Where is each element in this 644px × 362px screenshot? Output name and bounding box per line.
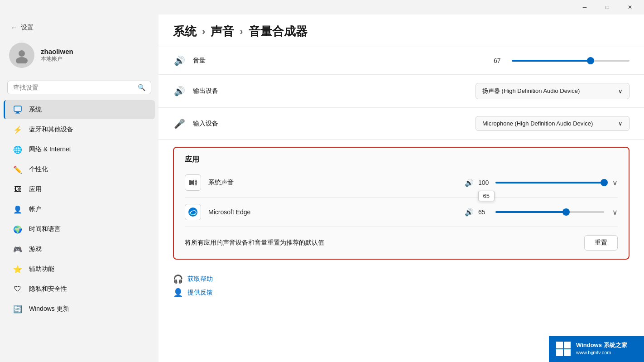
sidebar-item-gaming[interactable]: 🎮 游戏 <box>4 240 155 259</box>
breadcrumb-sep2: › <box>240 26 243 38</box>
output-value: 扬声器 (High Definition Audio Device) <box>482 87 580 95</box>
output-icon: 🔊 <box>173 86 186 97</box>
sidebar-item-label: 游戏 <box>29 245 42 253</box>
sidebar-item-label: 时间和语言 <box>29 225 61 233</box>
feedback-link[interactable]: 👤 提供反馈 <box>173 288 630 298</box>
reset-button[interactable]: 重置 <box>584 235 618 251</box>
help-link[interactable]: 🎧 获取帮助 <box>173 274 630 284</box>
breadcrumb-sep1: › <box>202 26 205 38</box>
sidebar-item-label: 网络 & Internet <box>29 145 71 154</box>
volume-control: 67 <box>494 57 630 64</box>
sidebar-item-apps[interactable]: 🖼 应用 <box>4 180 155 199</box>
system-sound-icon-box <box>185 174 201 191</box>
svg-point-1 <box>16 57 28 63</box>
apps-section: 应用 系统声音 🔊 100 <box>173 147 630 260</box>
time-icon: 🌍 <box>13 224 23 234</box>
edge-expand[interactable]: ∨ <box>612 208 618 217</box>
feedback-icon: 👤 <box>173 288 183 298</box>
system-sound-volume: 100 <box>478 179 491 186</box>
svg-rect-9 <box>556 349 563 356</box>
sidebar: ← 设置 zhaoliwen 本地帐户 🔍 <box>0 14 159 362</box>
input-row: 🎤 输入设备 Microphone (High Definition Audio… <box>173 108 630 139</box>
edge-icon-box <box>185 204 201 220</box>
edge-thumb[interactable] <box>562 208 570 216</box>
reset-row: 将所有应用的声音设备和音量重置为推荐的默认值 重置 <box>185 227 618 259</box>
help-label: 获取帮助 <box>187 275 213 283</box>
svg-point-0 <box>19 50 25 57</box>
breadcrumb-part3: 音量合成器 <box>249 24 308 39</box>
user-type: 本地帐户 <box>41 55 73 63</box>
volume-icon: 🔊 <box>173 55 186 66</box>
volume-slider[interactable] <box>512 60 630 62</box>
accounts-icon: 👤 <box>13 204 23 214</box>
edge-volume: 65 <box>478 208 491 216</box>
edge-slider[interactable] <box>495 211 604 213</box>
svg-rect-10 <box>564 349 571 356</box>
input-control: Microphone (High Definition Audio Device… <box>476 116 630 131</box>
system-sound-slider-area: 🔊 100 ∨ <box>465 179 618 187</box>
system-sound-vol-icon: 🔊 <box>465 179 474 187</box>
sidebar-item-personalization[interactable]: ✏️ 个性化 <box>4 160 155 179</box>
network-icon: 🌐 <box>13 145 23 154</box>
search-box[interactable]: 🔍 <box>7 81 151 94</box>
output-dropdown[interactable]: 扬声器 (High Definition Audio Device) ∨ <box>476 83 630 99</box>
app-row-system-sound: 系统声音 🔊 100 ∨ 65 <box>185 168 618 198</box>
sidebar-item-update[interactable]: 🔄 Windows 更新 <box>4 299 155 319</box>
accessibility-icon: ⭐ <box>13 264 23 274</box>
apps-header: 应用 <box>185 148 618 168</box>
volume-section: 🔊 音量 67 <box>159 47 644 75</box>
volume-thumb[interactable] <box>587 57 594 64</box>
input-dropdown[interactable]: Microphone (High Definition Audio Device… <box>476 116 630 131</box>
settings-title: 设置 <box>21 24 34 32</box>
search-icon: 🔍 <box>138 84 145 91</box>
win-brand-main: Windows 系统之家 <box>576 341 627 349</box>
system-sound-slider[interactable] <box>495 182 604 183</box>
svg-rect-4 <box>15 113 20 114</box>
output-row: 🔊 输出设备 扬声器 (High Definition Audio Device… <box>173 75 630 107</box>
system-sound-expand[interactable]: ∨ <box>612 179 618 187</box>
input-label: 输入设备 <box>193 120 218 128</box>
avatar <box>9 43 34 68</box>
dropdown-chevron: ∨ <box>618 88 623 95</box>
sidebar-item-accessibility[interactable]: ⭐ 辅助功能 <box>4 260 155 279</box>
sidebar-item-label: 系统 <box>29 106 42 114</box>
sidebar-item-bluetooth[interactable]: ⚡ 蓝牙和其他设备 <box>4 120 155 139</box>
sidebar-item-time[interactable]: 🌍 时间和语言 <box>4 220 155 239</box>
system-sound-thumb[interactable] <box>601 179 608 186</box>
gaming-icon: 🎮 <box>13 244 23 254</box>
breadcrumb: 系统 › 声音 › 音量合成器 <box>173 24 630 39</box>
search-input[interactable] <box>13 84 134 91</box>
reset-label: 将所有应用的声音设备和音量重置为推荐的默认值 <box>185 239 324 247</box>
close-button[interactable]: ✕ <box>620 0 640 14</box>
page-header: 系统 › 声音 › 音量合成器 <box>159 14 644 47</box>
volume-row: 🔊 音量 67 <box>173 47 630 74</box>
win-text-block: Windows 系统之家 www.bjjmlv.com <box>576 341 627 357</box>
update-icon: 🔄 <box>13 304 23 314</box>
bottom-links: 🎧 获取帮助 👤 提供反馈 <box>159 267 644 305</box>
system-sound-name: 系统声音 <box>208 179 263 187</box>
breadcrumb-part1: 系统 <box>173 24 197 39</box>
user-info: zhaoliwen 本地帐户 <box>41 48 73 63</box>
svg-rect-3 <box>16 112 19 113</box>
system-icon <box>13 105 23 115</box>
maximize-button[interactable]: □ <box>597 0 618 14</box>
sidebar-item-label: 辅助功能 <box>29 265 54 273</box>
output-label: 输出设备 <box>193 87 218 95</box>
sidebar-item-label: 应用 <box>29 185 42 193</box>
breadcrumb-part2: 声音 <box>211 24 234 39</box>
output-control: 扬声器 (High Definition Audio Device) ∨ <box>476 83 630 99</box>
sidebar-item-system[interactable]: 系统 <box>4 100 155 119</box>
back-button[interactable]: ← 设置 <box>4 20 155 35</box>
minimize-button[interactable]: ─ <box>574 0 595 14</box>
sidebar-item-label: Windows 更新 <box>29 305 69 313</box>
volume-value: 67 <box>494 57 506 64</box>
bluetooth-icon: ⚡ <box>13 125 23 135</box>
svg-rect-5 <box>189 180 192 185</box>
titlebar: ─ □ ✕ <box>0 0 644 14</box>
sidebar-item-network[interactable]: 🌐 网络 & Internet <box>4 140 155 159</box>
edge-vol-icon: 🔊 <box>465 208 474 217</box>
sidebar-item-privacy[interactable]: 🛡 隐私和安全性 <box>4 280 155 299</box>
sidebar-item-label: 隐私和安全性 <box>29 285 67 293</box>
sidebar-item-accounts[interactable]: 👤 帐户 <box>4 200 155 219</box>
user-profile: zhaoliwen 本地帐户 <box>0 37 159 73</box>
